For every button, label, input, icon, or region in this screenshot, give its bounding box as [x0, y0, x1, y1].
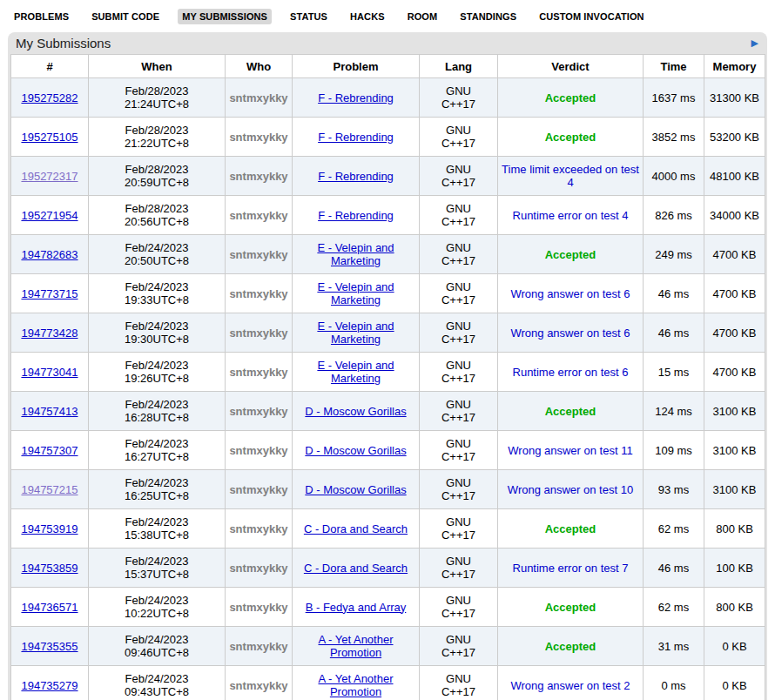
user-link[interactable]: sntmxykky: [229, 562, 287, 575]
problem-link[interactable]: B - Fedya and Array: [306, 601, 407, 614]
problem-link[interactable]: F - Rebrending: [318, 131, 394, 144]
verdict[interactable]: Accepted: [545, 405, 596, 418]
user-link[interactable]: sntmxykky: [229, 248, 287, 261]
submission-row: 194757307 Feb/24/2023 16:27UTC+8 sntmxyk…: [11, 431, 765, 470]
nav-item[interactable]: CUSTOM INVOCATION: [535, 9, 648, 24]
memory: 4700 KB: [704, 235, 765, 274]
submission-id-cell: 194735279: [11, 666, 89, 700]
verdict[interactable]: Wrong answer on test 10: [508, 483, 633, 496]
submission-id-link[interactable]: 194757215: [21, 483, 78, 496]
submission-who-cell: sntmxykky: [226, 392, 293, 431]
problem-link[interactable]: F - Rebrending: [318, 209, 394, 222]
problem-link[interactable]: E - Velepin and Marketing: [296, 359, 415, 385]
problem-link[interactable]: E - Velepin and Marketing: [296, 320, 415, 346]
user-link[interactable]: sntmxykky: [229, 91, 287, 104]
verdict[interactable]: Runtime error on test 7: [513, 562, 629, 575]
exec-time: 15 ms: [644, 353, 704, 392]
problem-link[interactable]: E - Velepin and Marketing: [296, 241, 415, 267]
submission-clock: 09:46: [125, 646, 153, 659]
memory: 4700 KB: [704, 313, 765, 353]
submission-id-link[interactable]: 194773715: [21, 287, 78, 300]
submission-id-link[interactable]: 195271954: [21, 209, 78, 222]
nav-item[interactable]: MY SUBMISSIONS: [178, 9, 272, 24]
submission-id-link[interactable]: 194753859: [21, 562, 78, 575]
nav-item[interactable]: STATUS: [286, 9, 332, 24]
user-link[interactable]: sntmxykky: [229, 170, 287, 183]
problem-link[interactable]: C - Dora and Search: [304, 522, 408, 535]
verdict[interactable]: Accepted: [545, 91, 596, 104]
verdict[interactable]: Wrong answer on test 6: [510, 326, 630, 340]
nav-item[interactable]: PROBLEMS: [10, 9, 73, 24]
user-link[interactable]: sntmxykky: [229, 601, 287, 614]
user-link[interactable]: sntmxykky: [229, 366, 287, 379]
verdict[interactable]: Runtime error on test 4: [513, 209, 629, 222]
verdict[interactable]: Accepted: [545, 248, 596, 261]
user-link[interactable]: sntmxykky: [229, 522, 287, 535]
submission-who-cell: sntmxykky: [226, 588, 293, 627]
nav-item[interactable]: ROOM: [403, 9, 442, 24]
nav-item[interactable]: HACKS: [346, 9, 389, 24]
submission-id-link[interactable]: 194757413: [21, 405, 78, 418]
problem-link[interactable]: D - Moscow Gorillas: [305, 405, 406, 418]
submission-id-link[interactable]: 194735279: [21, 679, 78, 692]
problem-link[interactable]: E - Velepin and Marketing: [296, 280, 415, 306]
verdict[interactable]: Accepted: [545, 522, 596, 535]
user-link[interactable]: sntmxykky: [229, 326, 287, 340]
submission-id-link[interactable]: 194757307: [21, 444, 78, 457]
submission-id-link[interactable]: 195272317: [21, 170, 78, 183]
problem-link[interactable]: D - Moscow Gorillas: [305, 483, 406, 496]
submission-row: 194736571 Feb/24/2023 10:22UTC+8 sntmxyk…: [11, 588, 765, 627]
submission-id-link[interactable]: 194735355: [21, 640, 78, 653]
user-link[interactable]: sntmxykky: [229, 483, 287, 496]
user-link[interactable]: sntmxykky: [229, 444, 287, 457]
problem-link[interactable]: A - Yet Another Promotion: [296, 633, 415, 659]
verdict[interactable]: Runtime error on test 6: [513, 366, 629, 379]
submission-row: 194753859 Feb/24/2023 15:37UTC+8 sntmxyk…: [11, 549, 765, 588]
submission-who-cell: sntmxykky: [226, 627, 293, 666]
verdict[interactable]: Time limit exceeded on test 4: [502, 163, 639, 189]
exec-time: 93 ms: [644, 470, 704, 509]
user-link[interactable]: sntmxykky: [229, 640, 287, 653]
problem-link[interactable]: F - Rebrending: [318, 170, 394, 183]
collapse-arrow-icon[interactable]: ▶: [751, 38, 758, 48]
problem-link[interactable]: D - Moscow Gorillas: [305, 444, 406, 457]
submission-row: 194753919 Feb/24/2023 15:38UTC+8 sntmxyk…: [11, 509, 765, 549]
submission-lang-cell: GNU C++17: [420, 118, 498, 157]
verdict[interactable]: Wrong answer on test 11: [508, 444, 632, 457]
user-link[interactable]: sntmxykky: [229, 131, 287, 144]
language-label: GNU C++17: [436, 202, 482, 228]
user-link[interactable]: sntmxykky: [229, 209, 287, 222]
submission-verdict-cell: Accepted: [498, 118, 644, 157]
problem-link[interactable]: F - Rebrending: [318, 91, 394, 104]
submission-id-link[interactable]: 194782683: [21, 248, 78, 261]
submission-id-link[interactable]: 194736571: [21, 601, 78, 614]
submission-id-link[interactable]: 195275282: [21, 91, 78, 104]
verdict[interactable]: Accepted: [545, 640, 596, 653]
verdict[interactable]: Wrong answer on test 6: [510, 287, 630, 300]
submission-id-link[interactable]: 194773428: [21, 326, 78, 340]
nav-item[interactable]: STANDINGS: [455, 9, 521, 24]
user-link[interactable]: sntmxykky: [229, 679, 287, 692]
submission-id-link[interactable]: 194773041: [21, 366, 78, 379]
exec-time: 109 ms: [644, 431, 704, 470]
memory: 0 KB: [704, 666, 765, 700]
memory: 100 KB: [704, 549, 765, 588]
submission-when-cell: Feb/24/2023 16:27UTC+8: [89, 431, 226, 470]
submission-when-cell: Feb/24/2023 10:22UTC+8: [89, 588, 226, 627]
verdict[interactable]: Accepted: [545, 131, 596, 144]
submission-id-link[interactable]: 194753919: [21, 522, 78, 535]
user-link[interactable]: sntmxykky: [229, 405, 287, 418]
nav-item[interactable]: SUBMIT CODE: [87, 9, 164, 24]
submission-verdict-cell: Wrong answer on test 6: [498, 274, 644, 313]
user-link[interactable]: sntmxykky: [229, 287, 287, 300]
submission-lang-cell: GNU C++17: [420, 196, 498, 235]
submission-date: Feb/24/2023: [92, 633, 221, 646]
verdict[interactable]: Accepted: [545, 601, 596, 614]
problem-link[interactable]: A - Yet Another Promotion: [296, 672, 415, 698]
exec-time: 46 ms: [644, 274, 704, 313]
submission-id-link[interactable]: 195275105: [21, 131, 78, 144]
verdict[interactable]: Wrong answer on test 2: [510, 679, 630, 692]
submission-id-cell: 195275282: [11, 78, 89, 118]
problem-link[interactable]: C - Dora and Search: [304, 562, 408, 575]
column-header: #: [11, 55, 89, 78]
